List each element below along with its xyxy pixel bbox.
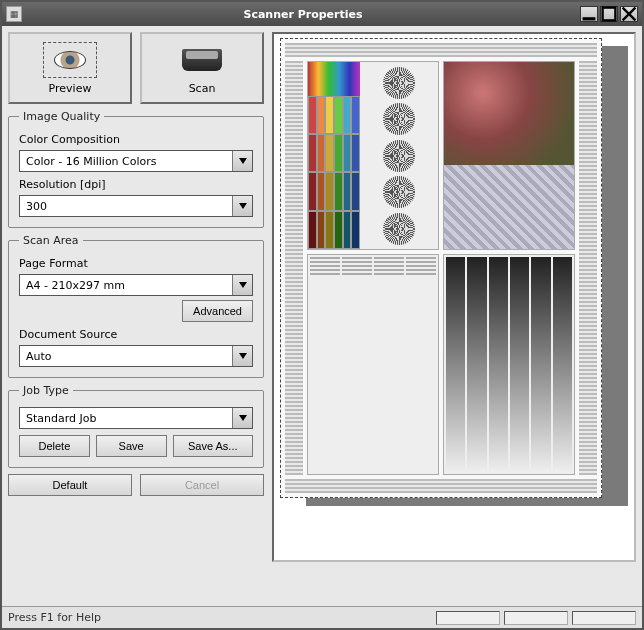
save-button[interactable]: Save <box>96 435 167 457</box>
maximize-button[interactable] <box>600 6 618 22</box>
close-icon <box>621 6 637 22</box>
cancel-button-label: Cancel <box>185 479 219 491</box>
minimize-icon <box>581 6 597 22</box>
job-type-legend: Job Type <box>19 384 73 397</box>
close-button[interactable] <box>620 6 638 22</box>
default-button[interactable]: Default <box>8 474 132 496</box>
svg-marker-6 <box>239 282 247 288</box>
preview-button-label: Preview <box>49 82 92 95</box>
save-as-button-label: Save As... <box>188 440 238 452</box>
svg-marker-7 <box>239 353 247 359</box>
svg-marker-5 <box>239 203 247 209</box>
scan-icon <box>175 42 229 78</box>
chevron-down-icon <box>232 346 252 366</box>
status-help-text: Press F1 for Help <box>8 611 101 624</box>
default-button-label: Default <box>53 479 88 491</box>
resolution-select[interactable]: 300 <box>19 195 253 217</box>
minimize-button[interactable] <box>580 6 598 22</box>
titlebar: ▦ Scanner Properties <box>2 2 642 26</box>
svg-rect-1 <box>603 8 616 21</box>
status-cell-3 <box>572 611 636 625</box>
job-type-group: Job Type Standard Job Delete Save Save A… <box>8 384 264 468</box>
preview-icon <box>43 42 97 78</box>
chevron-down-icon <box>232 275 252 295</box>
scan-button[interactable]: Scan <box>140 32 264 104</box>
page-format-value: A4 - 210x297 mm <box>26 279 125 292</box>
status-cell-1 <box>436 611 500 625</box>
advanced-button-label: Advanced <box>193 305 242 317</box>
delete-button[interactable]: Delete <box>19 435 90 457</box>
document-source-value: Auto <box>26 350 52 363</box>
color-composition-value: Color - 16 Million Colors <box>26 155 157 168</box>
preview-panel <box>272 32 636 600</box>
cancel-button: Cancel <box>140 474 264 496</box>
page-format-label: Page Format <box>19 257 253 270</box>
advanced-button[interactable]: Advanced <box>182 300 253 322</box>
preview-button[interactable]: Preview <box>8 32 132 104</box>
chevron-down-icon <box>232 196 252 216</box>
resolution-value: 300 <box>26 200 47 213</box>
status-cell-2 <box>504 611 568 625</box>
controls-panel: Preview Scan Image Quality Color Composi… <box>8 32 264 600</box>
scan-area-legend: Scan Area <box>19 234 83 247</box>
scan-button-label: Scan <box>189 82 216 95</box>
page-format-select[interactable]: A4 - 210x297 mm <box>19 274 253 296</box>
delete-button-label: Delete <box>38 440 70 452</box>
main-content: Preview Scan Image Quality Color Composi… <box>2 26 642 606</box>
preview-frame <box>272 32 636 562</box>
chevron-down-icon <box>232 151 252 171</box>
window-title: Scanner Properties <box>28 8 578 21</box>
image-quality-group: Image Quality Color Composition Color - … <box>8 110 264 228</box>
color-composition-label: Color Composition <box>19 133 253 146</box>
app-icon: ▦ <box>6 6 22 22</box>
scanner-properties-window: ▦ Scanner Properties Preview Scan <box>0 0 644 630</box>
statusbar: Press F1 for Help <box>2 606 642 628</box>
document-source-select[interactable]: Auto <box>19 345 253 367</box>
scan-area-group: Scan Area Page Format A4 - 210x297 mm Ad… <box>8 234 264 378</box>
save-button-label: Save <box>119 440 144 452</box>
preview-page[interactable] <box>280 38 602 498</box>
document-source-label: Document Source <box>19 328 253 341</box>
color-composition-select[interactable]: Color - 16 Million Colors <box>19 150 253 172</box>
svg-marker-8 <box>239 415 247 421</box>
chevron-down-icon <box>232 408 252 428</box>
save-as-button[interactable]: Save As... <box>173 435 254 457</box>
maximize-icon <box>601 6 617 22</box>
resolution-label: Resolution [dpi] <box>19 178 253 191</box>
image-quality-legend: Image Quality <box>19 110 104 123</box>
job-type-select[interactable]: Standard Job <box>19 407 253 429</box>
job-type-value: Standard Job <box>26 412 97 425</box>
svg-marker-4 <box>239 158 247 164</box>
